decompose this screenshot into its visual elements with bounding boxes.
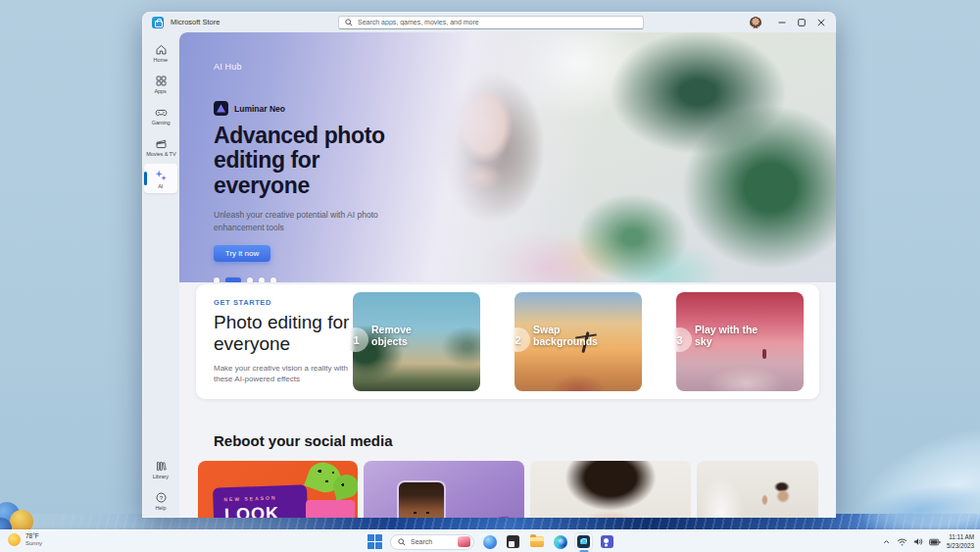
carousel-dot[interactable] — [259, 277, 265, 282]
sidebar-item-help[interactable]: ? Help — [144, 486, 177, 516]
gamepad-icon — [155, 106, 168, 119]
store-app-icon — [152, 17, 164, 28]
maximize-icon — [798, 19, 806, 26]
effect-card-label: Swap backgrounds — [533, 324, 608, 347]
surfer-silhouette — [762, 349, 766, 359]
social-card-video-call-closeup[interactable] — [530, 461, 691, 518]
get-started-eyebrow: GET STARTED — [214, 298, 351, 307]
microsoft-store-button-active[interactable] — [575, 533, 592, 550]
luminar-neo-logo — [214, 101, 228, 116]
store-page-content: AI Hub Luminar Neo Advanced photo editin… — [179, 32, 836, 518]
get-started-panel: GET STARTED Photo editing for everyone M… — [196, 284, 819, 399]
clock-widget[interactable]: 11:11 AM 5/23/2023 — [947, 533, 974, 549]
phone-graphic — [450, 516, 514, 518]
start-button[interactable] — [367, 533, 383, 550]
step-number-badge: 1 — [344, 327, 368, 352]
sidebar-item-library[interactable]: Library — [144, 455, 177, 484]
hero-app-name: Luminar Neo — [234, 104, 285, 114]
titlebar[interactable]: Microsoft Store — [142, 12, 836, 32]
edge-button[interactable] — [552, 533, 568, 550]
microsoft-store-window: Microsoft Store — [142, 12, 836, 518]
svg-text:?: ? — [159, 494, 163, 501]
social-cards-row: NEW SEASON LOOK — [198, 461, 818, 518]
social-card-video-call-wave[interactable] — [697, 461, 818, 518]
edge-icon — [554, 535, 567, 549]
copilot-button[interactable] — [481, 533, 498, 550]
weather-widget[interactable]: 78°F Sunny — [8, 532, 42, 548]
tray-date: 5/23/2023 — [947, 542, 974, 550]
taskbar-search[interactable]: Search — [390, 534, 474, 550]
carousel-dot[interactable] — [247, 277, 253, 282]
promo-tile: NEW SEASON LOOK — [213, 484, 309, 518]
page-title: AI Hub — [214, 62, 405, 72]
social-card-portrait-app[interactable] — [364, 461, 524, 518]
maximize-button[interactable] — [793, 15, 810, 29]
portrait-thumbnail — [399, 482, 444, 518]
close-button[interactable] — [812, 15, 830, 29]
movies-tv-icon — [155, 137, 168, 150]
carousel-dots — [214, 277, 405, 282]
step-number-badge: 2 — [506, 327, 530, 352]
taskbar: 78°F Sunny Search — [0, 529, 980, 552]
carousel-dot[interactable] — [270, 277, 276, 282]
copilot-icon — [483, 535, 497, 549]
face-closeup-image — [530, 461, 691, 518]
search-icon — [345, 19, 353, 26]
sidebar-item-apps[interactable]: Apps — [144, 70, 177, 99]
sidebar-item-ai[interactable]: AI — [144, 164, 177, 193]
taskbar-center: Search — [367, 532, 615, 551]
system-tray: 11:11 AM 5/23/2023 — [882, 532, 974, 551]
promo-word: LOOK — [224, 502, 309, 518]
dark-window-icon — [507, 535, 519, 548]
chevron-up-icon[interactable] — [882, 537, 891, 546]
carousel-dot[interactable] — [214, 277, 220, 282]
wifi-icon[interactable] — [897, 537, 907, 546]
tray-time: 11:11 AM — [949, 533, 974, 541]
store-search-box[interactable] — [338, 16, 644, 29]
step-number-badge: 3 — [667, 327, 692, 352]
windows-logo-icon — [368, 534, 383, 550]
sidebar-item-label: Help — [155, 505, 166, 511]
promo-eyebrow: NEW SEASON — [223, 493, 307, 502]
store-search-input[interactable] — [358, 19, 637, 25]
store-icon — [577, 535, 590, 548]
social-card-new-season-look[interactable]: NEW SEASON LOOK — [198, 461, 358, 518]
battery-icon[interactable] — [929, 538, 941, 546]
file-explorer-button[interactable] — [528, 533, 545, 550]
hero-banner[interactable]: AI Hub Luminar Neo Advanced photo editin… — [179, 32, 836, 282]
account-avatar[interactable] — [750, 17, 761, 28]
sidebar-item-label: Home — [154, 57, 168, 63]
waving-man-image — [697, 461, 818, 518]
sidebar-item-label: Library — [153, 474, 169, 479]
effect-card-label: Remove objects — [371, 324, 446, 347]
sidebar-item-home[interactable]: Home — [144, 38, 177, 68]
teams-icon — [601, 535, 613, 548]
ai-sparkles-icon — [154, 169, 168, 182]
sidebar-item-movies-tv[interactable]: Movies & TV — [144, 132, 177, 162]
desktops-button[interactable] — [505, 533, 521, 550]
minimize-icon — [778, 19, 786, 26]
teams-button[interactable] — [599, 533, 615, 550]
sidebar: Home Apps Gaming Movies & TV AI — [142, 32, 179, 518]
speaker-icon[interactable] — [913, 537, 923, 546]
search-highlight-thumbnail[interactable] — [458, 536, 470, 547]
sidebar-item-label: AI — [158, 183, 163, 189]
sidebar-item-label: Movies & TV — [146, 151, 175, 157]
apps-grid-icon — [155, 75, 168, 87]
hero-description: Unleash your creative potential with AI … — [214, 209, 382, 234]
folder-icon — [530, 536, 544, 547]
sidebar-item-label: Apps — [155, 88, 167, 94]
effect-card-play-with-sky[interactable]: 3 Play with the sky — [676, 292, 804, 391]
sidebar-item-label: Gaming — [152, 120, 171, 125]
minimize-button[interactable] — [773, 15, 791, 29]
carousel-dot-active[interactable] — [225, 277, 241, 282]
weather-condition: Sunny — [25, 540, 42, 548]
taskbar-search-label: Search — [411, 538, 453, 545]
effect-card-label: Play with the sky — [695, 324, 769, 347]
sidebar-item-gaming[interactable]: Gaming — [144, 101, 177, 130]
effect-card-remove-objects[interactable]: 1 Remove objects — [353, 292, 480, 391]
try-it-now-button[interactable]: Try it now — [214, 245, 270, 262]
desktop: Microsoft Store — [0, 0, 980, 552]
hero-headline: Advanced photo editing for everyone — [214, 124, 410, 198]
effect-card-swap-backgrounds[interactable]: 2 Swap backgrounds — [514, 292, 642, 391]
